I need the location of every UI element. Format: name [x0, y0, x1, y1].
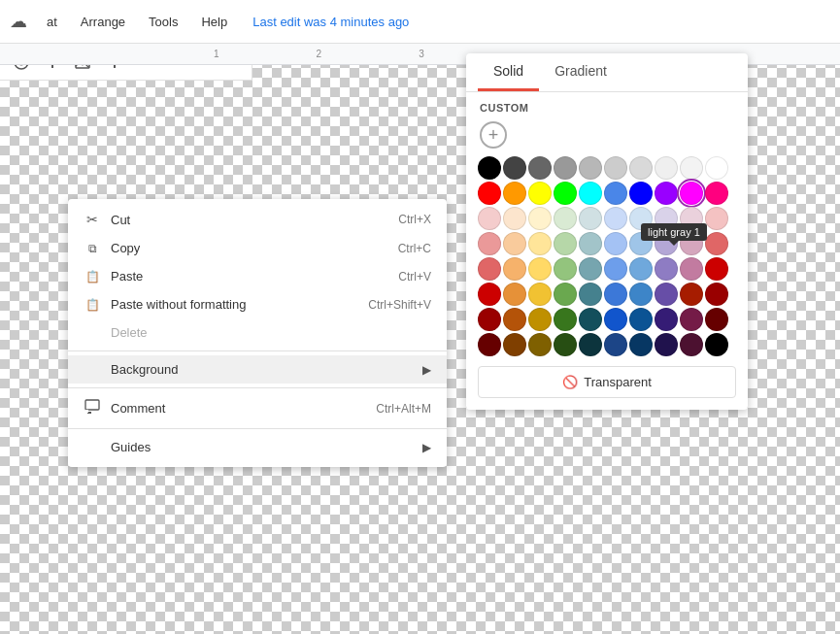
transparent-button[interactable]: 🚫 Transparent	[478, 366, 736, 398]
color-swatch[interactable]	[604, 257, 627, 281]
color-swatch[interactable]	[705, 333, 728, 356]
comment-icon	[84, 399, 101, 417]
tab-solid[interactable]: Solid	[478, 53, 539, 91]
color-swatch[interactable]	[503, 207, 526, 230]
color-swatch[interactable]	[528, 182, 552, 205]
color-swatch[interactable]	[705, 156, 728, 180]
color-swatch[interactable]	[655, 232, 678, 255]
color-swatch[interactable]	[579, 156, 602, 180]
color-swatch[interactable]	[478, 207, 501, 230]
color-swatch[interactable]	[478, 283, 501, 306]
color-swatch[interactable]	[705, 232, 728, 255]
color-swatch[interactable]	[528, 283, 552, 306]
color-swatch[interactable]	[604, 207, 627, 230]
color-swatch[interactable]	[705, 182, 728, 205]
color-swatch[interactable]	[579, 182, 602, 205]
color-swatch[interactable]	[554, 257, 577, 281]
color-swatch[interactable]	[554, 156, 577, 180]
color-swatch[interactable]	[629, 156, 653, 180]
color-swatch[interactable]	[554, 182, 577, 205]
color-swatch[interactable]	[680, 182, 703, 205]
tab-gradient[interactable]: Gradient	[539, 53, 622, 91]
color-swatch[interactable]	[655, 182, 678, 205]
menu-row-comment[interactable]: Comment Ctrl+Alt+M	[68, 392, 447, 424]
color-swatch[interactable]	[705, 283, 728, 306]
color-swatch[interactable]	[680, 283, 703, 306]
color-swatch[interactable]	[680, 207, 703, 230]
color-swatch[interactable]	[503, 257, 526, 281]
color-swatch[interactable]	[680, 156, 703, 180]
menu-row-cut[interactable]: ✂ Cut Ctrl+X	[68, 205, 447, 234]
color-swatch[interactable]	[629, 308, 653, 331]
color-swatch[interactable]	[554, 333, 577, 356]
color-swatch[interactable]	[528, 232, 552, 255]
color-swatch[interactable]	[554, 308, 577, 331]
color-swatch[interactable]	[680, 232, 703, 255]
color-swatch[interactable]	[604, 308, 627, 331]
color-swatch[interactable]	[705, 308, 728, 331]
color-swatch[interactable]	[604, 156, 627, 180]
color-swatch[interactable]	[579, 257, 602, 281]
color-swatch[interactable]	[604, 232, 627, 255]
add-color-button[interactable]: +	[480, 121, 507, 149]
color-swatch[interactable]	[528, 308, 552, 331]
paste-label: Paste	[111, 269, 143, 284]
menu-item-at[interactable]: at	[37, 11, 67, 33]
paste-no-format-shortcut: Ctrl+Shift+V	[368, 298, 431, 312]
color-swatch[interactable]	[655, 207, 678, 230]
color-swatch[interactable]	[629, 283, 653, 306]
color-swatch[interactable]	[503, 333, 526, 356]
color-swatch[interactable]	[579, 232, 602, 255]
color-swatch[interactable]	[655, 156, 678, 180]
color-swatch[interactable]	[478, 308, 501, 331]
color-swatch[interactable]	[655, 257, 678, 281]
color-swatch[interactable]	[503, 156, 526, 180]
color-swatch[interactable]	[528, 156, 552, 180]
color-swatch[interactable]	[629, 333, 653, 356]
color-swatch[interactable]	[579, 283, 602, 306]
color-swatch[interactable]	[554, 283, 577, 306]
color-swatch[interactable]	[579, 207, 602, 230]
color-swatch[interactable]	[554, 232, 577, 255]
color-swatch[interactable]	[705, 257, 728, 281]
menu-row-paste[interactable]: 📋 Paste Ctrl+V	[68, 262, 447, 290]
color-swatch[interactable]	[503, 308, 526, 331]
color-swatch[interactable]	[629, 182, 653, 205]
color-swatch[interactable]	[629, 207, 653, 230]
color-swatch[interactable]	[629, 257, 653, 281]
menu-row-background[interactable]: Background ▶	[68, 355, 447, 384]
color-swatch[interactable]	[478, 257, 501, 281]
last-edit-link[interactable]: Last edit was 4 minutes ago	[252, 15, 409, 29]
color-swatch[interactable]	[478, 182, 501, 205]
color-swatch[interactable]	[503, 283, 526, 306]
color-swatch[interactable]	[604, 333, 627, 356]
color-swatch[interactable]	[655, 333, 678, 356]
color-swatch[interactable]	[680, 257, 703, 281]
menu-row-paste-no-format[interactable]: 📋 Paste without formatting Ctrl+Shift+V	[68, 290, 447, 318]
color-swatch[interactable]	[705, 207, 728, 230]
color-swatch[interactable]	[478, 333, 501, 356]
color-swatch[interactable]	[503, 182, 526, 205]
color-swatch[interactable]	[528, 257, 552, 281]
color-swatch[interactable]	[680, 308, 703, 331]
color-swatch[interactable]	[478, 232, 501, 255]
color-swatch[interactable]	[655, 283, 678, 306]
color-swatch[interactable]	[579, 333, 602, 356]
svg-rect-7	[85, 400, 99, 410]
menu-item-help[interactable]: Help	[191, 11, 237, 33]
color-swatch[interactable]	[604, 182, 627, 205]
color-swatch[interactable]	[528, 207, 552, 230]
menu-item-arrange[interactable]: Arrange	[71, 11, 135, 33]
color-swatch[interactable]	[629, 232, 653, 255]
color-swatch[interactable]	[579, 308, 602, 331]
color-swatch[interactable]	[478, 156, 501, 180]
color-swatch[interactable]	[680, 333, 703, 356]
color-swatch[interactable]	[503, 232, 526, 255]
color-swatch[interactable]	[655, 308, 678, 331]
color-swatch[interactable]	[528, 333, 552, 356]
color-swatch[interactable]	[604, 283, 627, 306]
menu-row-guides[interactable]: Guides ▶	[68, 433, 447, 461]
color-swatch[interactable]	[554, 207, 577, 230]
menu-row-copy[interactable]: ⧉ Copy Ctrl+C	[68, 234, 447, 262]
menu-item-tools[interactable]: Tools	[139, 11, 187, 33]
